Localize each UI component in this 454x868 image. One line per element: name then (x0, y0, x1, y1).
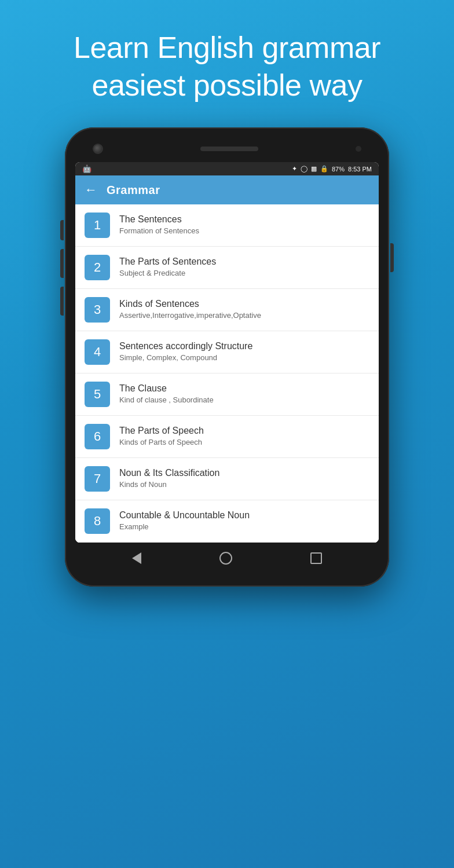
list-item[interactable]: 5 The Clause Kind of clause , Subordinat… (75, 373, 379, 416)
item-number-box-3: 3 (85, 297, 110, 323)
toolbar-title: Grammar (107, 184, 160, 197)
list-item[interactable]: 2 The Parts of Sentences Subject & Predi… (75, 247, 379, 289)
phone-frame: 🤖 ✦ ◯ ▩ 🔒 87% 8:53 PM ← Grammar (65, 127, 389, 587)
volume-up-button (60, 220, 64, 240)
item-title: Noun & Its Classification (119, 468, 369, 478)
front-camera (93, 144, 103, 154)
item-text-1: The Sentences Formation of Sentences (119, 214, 369, 236)
phone-top-bar (75, 139, 379, 162)
item-number-box-2: 2 (85, 255, 110, 280)
item-number: 6 (94, 429, 101, 444)
app-toolbar: ← Grammar (75, 175, 379, 204)
android-icon: 🤖 (82, 164, 91, 173)
phone-nav-bar (75, 543, 379, 569)
earpiece-speaker (200, 147, 258, 151)
item-number: 8 (94, 514, 101, 529)
item-number-box-1: 1 (85, 213, 110, 238)
item-title: Sentences accordingly Structure (119, 341, 369, 351)
nav-back-button[interactable] (132, 552, 141, 564)
item-text-7: Noun & Its Classification Kinds of Noun (119, 468, 369, 490)
item-text-3: Kinds of Sentences Assertive,Interrogati… (119, 299, 369, 321)
item-number-box-6: 6 (85, 424, 110, 449)
item-number-box-7: 7 (85, 466, 110, 492)
back-button[interactable]: ← (85, 182, 97, 197)
camera-button (60, 287, 64, 316)
item-number: 5 (94, 387, 101, 402)
hero-section: Learn English grammar easiest possible w… (0, 0, 454, 122)
list-item[interactable]: 8 Countable & Uncountable Noun Example (75, 500, 379, 543)
hero-line1: Learn English grammar (74, 31, 380, 64)
item-number-box-5: 5 (85, 382, 110, 407)
signal-icon: ▩ (311, 165, 317, 173)
status-left: 🤖 (82, 164, 91, 173)
hero-line2: easiest possible way (92, 68, 363, 102)
list-item[interactable]: 3 Kinds of Sentences Assertive,Interroga… (75, 289, 379, 331)
list-item[interactable]: 1 The Sentences Formation of Sentences (75, 204, 379, 247)
item-text-6: The Parts of Speech Kinds of Parts of Sp… (119, 426, 369, 448)
item-subtitle: Kinds of Parts of Speech (119, 437, 369, 448)
item-text-2: The Parts of Sentences Subject & Predica… (119, 257, 369, 279)
item-number: 2 (94, 260, 101, 275)
phone-mockup: 🤖 ✦ ◯ ▩ 🔒 87% 8:53 PM ← Grammar (0, 127, 454, 587)
item-number-box-4: 4 (85, 339, 110, 365)
item-title: Countable & Uncountable Noun (119, 510, 369, 521)
item-subtitle: Kind of clause , Subordinate (119, 395, 369, 405)
item-number-box-8: 8 (85, 508, 110, 534)
item-text-8: Countable & Uncountable Noun Example (119, 510, 369, 532)
grammar-list: 1 The Sentences Formation of Sentences 2… (75, 204, 379, 543)
list-item[interactable]: 4 Sentences accordingly Structure Simple… (75, 331, 379, 373)
item-title: The Clause (119, 383, 369, 394)
battery-percent: 87% (332, 166, 345, 173)
list-item[interactable]: 7 Noun & Its Classification Kinds of Nou… (75, 458, 379, 500)
item-title: Kinds of Sentences (119, 299, 369, 309)
alarm-icon: ◯ (301, 165, 307, 173)
item-subtitle: Example (119, 522, 369, 532)
item-number: 4 (94, 345, 101, 360)
item-subtitle: Assertive,Interrogative,imperative,Optat… (119, 310, 369, 321)
item-title: The Sentences (119, 214, 369, 225)
item-title: The Parts of Speech (119, 426, 369, 436)
bluetooth-icon: ✦ (292, 165, 297, 173)
item-number: 1 (94, 218, 101, 233)
item-subtitle: Subject & Predicate (119, 268, 369, 279)
nav-home-button[interactable] (219, 552, 232, 565)
item-subtitle: Kinds of Noun (119, 479, 369, 490)
proximity-sensor (356, 146, 361, 152)
item-title: The Parts of Sentences (119, 257, 369, 267)
time-display: 8:53 PM (348, 166, 372, 173)
volume-down-button (60, 249, 64, 278)
power-button (390, 243, 394, 272)
nav-recents-button[interactable] (310, 552, 322, 564)
status-bar: 🤖 ✦ ◯ ▩ 🔒 87% 8:53 PM (75, 162, 379, 175)
list-item[interactable]: 6 The Parts of Speech Kinds of Parts of … (75, 416, 379, 458)
item-number: 7 (94, 471, 101, 486)
item-text-5: The Clause Kind of clause , Subordinate (119, 383, 369, 405)
item-subtitle: Formation of Sentences (119, 226, 369, 236)
status-right: ✦ ◯ ▩ 🔒 87% 8:53 PM (292, 165, 372, 173)
item-text-4: Sentences accordingly Structure Simple, … (119, 341, 369, 363)
item-number: 3 (94, 302, 101, 317)
lock-icon: 🔒 (320, 165, 328, 173)
phone-screen: 🤖 ✦ ◯ ▩ 🔒 87% 8:53 PM ← Grammar (75, 162, 379, 543)
item-subtitle: Simple, Complex, Compound (119, 353, 369, 363)
